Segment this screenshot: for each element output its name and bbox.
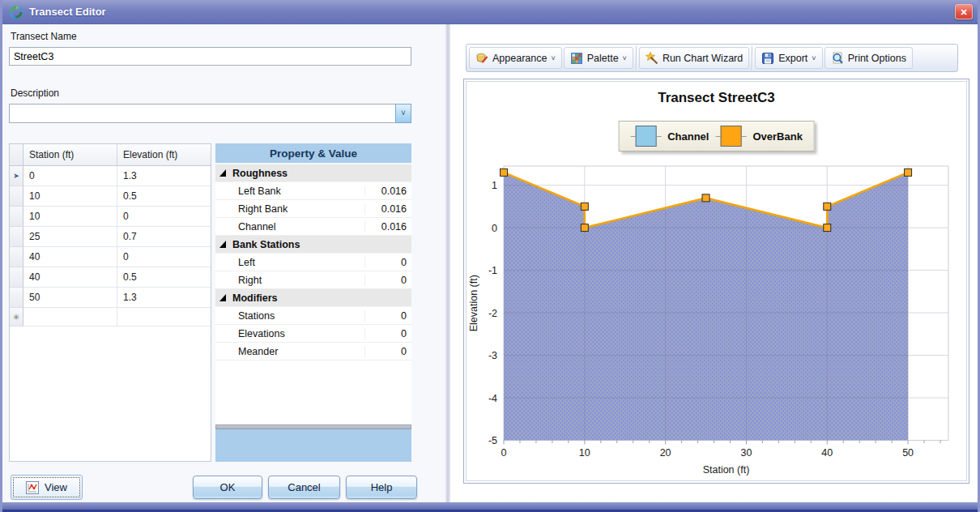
row-selector[interactable] bbox=[10, 288, 23, 308]
cell-station[interactable]: 0 bbox=[23, 166, 117, 186]
property-grid: Property & Value Roughness Left Bank 0.0… bbox=[215, 143, 411, 462]
stations-table: Station (ft) Elevation (ft) ➤ 0 1.3 10 0… bbox=[9, 143, 211, 462]
ok-button[interactable]: OK bbox=[193, 476, 262, 499]
column-header-elevation[interactable]: Elevation (ft) bbox=[117, 144, 211, 166]
palette-icon bbox=[570, 52, 583, 65]
toolbar-separator bbox=[752, 46, 752, 70]
chevron-down-icon: ˅ bbox=[401, 109, 406, 117]
property-row: Left 0 bbox=[215, 254, 411, 271]
row-selector[interactable] bbox=[10, 267, 23, 288]
cell-station[interactable]: 40 bbox=[23, 247, 117, 267]
row-selector[interactable] bbox=[10, 227, 23, 247]
property-label: Right Bank bbox=[215, 203, 364, 215]
export-label: Export bbox=[778, 53, 807, 64]
cell-station[interactable]: 10 bbox=[23, 207, 117, 227]
property-value[interactable]: 0.016 bbox=[364, 186, 411, 197]
category-roughness[interactable]: Roughness bbox=[215, 164, 411, 182]
description-dropdown-button[interactable]: ˅ bbox=[395, 104, 411, 123]
chart-title: Transect StreetC3 bbox=[467, 90, 966, 106]
category-label: Modifiers bbox=[232, 292, 278, 304]
cell-elevation-new[interactable] bbox=[117, 308, 211, 326]
cell-elevation[interactable]: 0.7 bbox=[117, 227, 211, 247]
channel-swatch bbox=[635, 126, 656, 147]
category-bank-stations[interactable]: Bank Stations bbox=[215, 236, 411, 254]
new-row-icon: ✳ bbox=[13, 313, 19, 322]
table-row: ➤ 0 1.3 bbox=[10, 166, 211, 186]
cell-elevation[interactable]: 1.3 bbox=[117, 166, 211, 186]
category-label: Roughness bbox=[232, 168, 288, 179]
legend-item-overbank[interactable]: OverBank bbox=[715, 126, 802, 147]
table-corner-cell bbox=[10, 144, 23, 166]
cell-elevation[interactable]: 0 bbox=[117, 247, 211, 267]
svg-text:Station (ft): Station (ft) bbox=[703, 464, 750, 476]
export-button[interactable]: Export ˅ bbox=[755, 47, 822, 69]
property-value[interactable]: 0 bbox=[364, 310, 411, 322]
cell-station[interactable]: 50 bbox=[23, 288, 117, 308]
run-chart-wizard-button[interactable]: Run Chart Wizard bbox=[639, 47, 749, 69]
close-button[interactable]: ✕ bbox=[955, 4, 973, 19]
property-row: Right Bank 0.016 bbox=[215, 200, 411, 218]
cancel-button[interactable]: Cancel bbox=[268, 476, 340, 499]
cell-station-new[interactable] bbox=[23, 308, 117, 326]
row-selector[interactable] bbox=[10, 186, 23, 207]
svg-text:40: 40 bbox=[821, 447, 833, 459]
help-button[interactable]: Help bbox=[346, 476, 417, 499]
svg-text:1: 1 bbox=[492, 180, 497, 191]
svg-text:-1: -1 bbox=[488, 265, 497, 276]
property-value[interactable]: 0 bbox=[364, 257, 411, 268]
cell-elevation[interactable]: 0 bbox=[117, 207, 211, 227]
transect-editor-window: Transect Editor ✕ Transect Name Descript… bbox=[0, 0, 980, 512]
view-button[interactable]: View bbox=[11, 475, 83, 500]
new-row-selector[interactable]: ✳ bbox=[10, 308, 23, 326]
category-modifiers[interactable]: Modifiers bbox=[215, 289, 411, 307]
svg-text:0: 0 bbox=[492, 223, 497, 234]
row-selector[interactable] bbox=[10, 247, 23, 267]
cell-elevation[interactable]: 1.3 bbox=[117, 288, 211, 308]
property-value[interactable]: 0.016 bbox=[364, 221, 411, 233]
appearance-button[interactable]: Appearance ˅ bbox=[469, 47, 562, 69]
cell-elevation[interactable]: 0.5 bbox=[117, 186, 211, 207]
palette-button[interactable]: Palette ˅ bbox=[564, 47, 633, 69]
table-row: 40 0 bbox=[10, 247, 211, 267]
print-preview-icon bbox=[831, 52, 844, 65]
collapse-triangle-icon bbox=[219, 169, 227, 177]
chart-toolbar: Appearance ˅ Palette ˅ bbox=[466, 44, 958, 72]
grid-row: Station (ft) Elevation (ft) ➤ 0 1.3 10 0… bbox=[9, 143, 411, 462]
legend-item-channel[interactable]: Channel bbox=[630, 126, 709, 147]
category-label: Bank Stations bbox=[232, 239, 300, 250]
property-value[interactable]: 0 bbox=[364, 328, 411, 339]
table-row: 10 0 bbox=[10, 207, 211, 227]
transect-name-input[interactable] bbox=[9, 47, 411, 66]
row-selector[interactable]: ➤ bbox=[10, 166, 23, 186]
column-header-station[interactable]: Station (ft) bbox=[23, 144, 117, 166]
save-disk-icon bbox=[761, 52, 774, 65]
cell-station[interactable]: 10 bbox=[23, 186, 117, 207]
legend-label: OverBank bbox=[752, 130, 802, 143]
cell-elevation[interactable]: 0.5 bbox=[117, 267, 211, 288]
legend-label: Channel bbox=[667, 130, 709, 143]
cell-station[interactable]: 25 bbox=[23, 227, 117, 247]
svg-text:20: 20 bbox=[660, 447, 671, 459]
table-new-row: ✳ bbox=[10, 308, 211, 326]
print-options-button[interactable]: Print Options bbox=[824, 47, 913, 69]
row-selector[interactable] bbox=[10, 207, 23, 227]
view-button-label: View bbox=[45, 481, 67, 493]
svg-text:0: 0 bbox=[501, 447, 507, 459]
property-value[interactable]: 0.016 bbox=[364, 203, 411, 215]
description-input[interactable] bbox=[9, 104, 395, 123]
property-label: Channel bbox=[215, 221, 364, 233]
cell-station[interactable]: 40 bbox=[23, 267, 117, 288]
window-title: Transect Editor bbox=[29, 6, 955, 18]
left-panel: Transect Name Description ˅ Station (ft)… bbox=[2, 24, 445, 502]
app-icon bbox=[9, 5, 23, 19]
chart-legend: Channel OverBank bbox=[618, 121, 815, 151]
property-value[interactable]: 0 bbox=[364, 346, 411, 357]
property-label: Stations bbox=[215, 310, 364, 322]
property-row: Right 0 bbox=[215, 271, 411, 289]
property-row: Stations 0 bbox=[215, 307, 411, 325]
titlebar: Transect Editor ✕ bbox=[2, 0, 978, 24]
property-value[interactable]: 0 bbox=[364, 275, 411, 286]
property-label: Right bbox=[215, 275, 364, 286]
property-row: Left Bank 0.016 bbox=[215, 182, 411, 200]
property-label: Left Bank bbox=[215, 186, 364, 197]
